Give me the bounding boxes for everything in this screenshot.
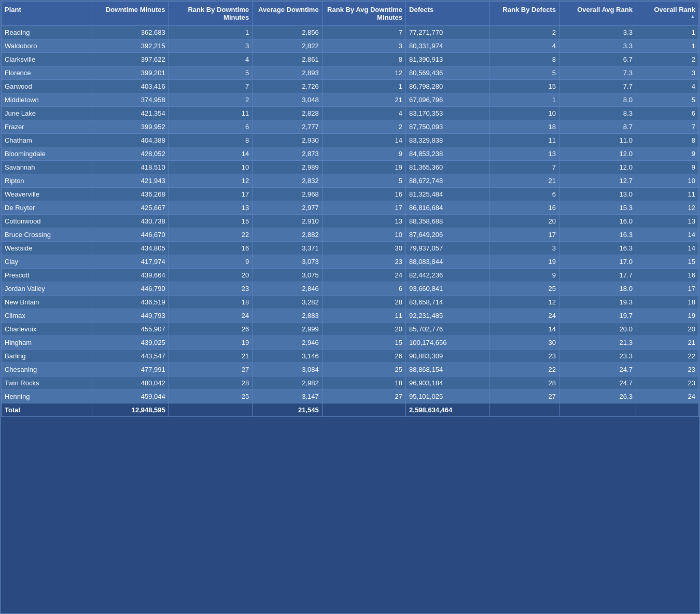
table-row[interactable]: Ripton421,943122,832588,672,7482112.710 — [2, 174, 699, 188]
table-row[interactable]: Clarksville397,62242,861881,390,91386.72 — [2, 53, 699, 66]
cell-rank_by_downtime_minutes: 12 — [169, 174, 252, 188]
cell-overall_rank: 19 — [636, 309, 698, 323]
table-row[interactable]: New Britain436,519183,2822883,658,714121… — [2, 296, 699, 309]
col-overall-avg-rank[interactable]: Overall Avg Rank — [559, 2, 636, 26]
cell-defects: 86,798,280 — [406, 80, 489, 93]
table-row[interactable]: Twin Rocks480,042282,9821896,903,1842824… — [2, 376, 699, 390]
cell-rank_by_downtime_minutes: 24 — [169, 309, 252, 323]
table-row[interactable]: Barling443,547213,1462690,883,3092323.32… — [2, 350, 699, 363]
cell-rank_by_defects: 20 — [489, 215, 559, 228]
cell-rank_by_defects: 22 — [489, 363, 559, 376]
cell-overall_rank: 23 — [636, 376, 698, 390]
col-plant[interactable]: Plant — [2, 2, 92, 26]
cell-overall_avg_rank: 8.0 — [559, 93, 636, 107]
cell-downtime_minutes: 418,510 — [92, 161, 169, 174]
cell-overall_rank: 3 — [636, 66, 698, 80]
cell-downtime_minutes: 399,952 — [92, 120, 169, 134]
cell-rank_by_downtime_minutes: 28 — [169, 376, 252, 390]
table-row[interactable]: Waldoboro392,21532,822380,331,97443.31 — [2, 39, 699, 53]
cell-overall_rank: 4 — [636, 80, 698, 93]
cell-defects: 82,442,236 — [406, 269, 489, 282]
cell-rank_by_defects: 6 — [489, 188, 559, 201]
table-row[interactable]: De Ruyter425,667132,9771786,816,6841615.… — [2, 201, 699, 215]
col-rank-by-defects[interactable]: Rank By Defects — [489, 2, 559, 26]
cell-plant: Florence — [2, 66, 92, 80]
col-defects[interactable]: Defects — [406, 2, 489, 26]
cell-plant: Reading — [2, 26, 92, 39]
cell-defects: 81,325,484 — [406, 188, 489, 201]
data-table: Plant Downtime Minutes Rank By Downtime … — [1, 1, 699, 417]
cell-overall_rank: 15 — [636, 255, 698, 269]
table-row[interactable]: Cottonwood430,738152,9101388,358,6882016… — [2, 215, 699, 228]
col-downtime-minutes[interactable]: Downtime Minutes — [92, 2, 169, 26]
cell-plant: Weaverville — [2, 188, 92, 201]
cell-average_downtime: 2,846 — [253, 282, 323, 296]
cell-rank_by_defects: 4 — [489, 39, 559, 53]
cell-downtime_minutes: 459,044 — [92, 390, 169, 403]
cell-rank_by_avg_downtime_minutes: 25 — [322, 363, 405, 376]
table-row[interactable]: Chatham404,38882,9301483,329,8381111.08 — [2, 134, 699, 147]
table-row[interactable]: Weaverville436,268172,9681681,325,484613… — [2, 188, 699, 201]
col-rank-by-downtime[interactable]: Rank By Downtime Minutes — [169, 2, 252, 26]
table-row[interactable]: Clay417,97493,0732388,083,8441917.015 — [2, 255, 699, 269]
cell-overall_avg_rank: 6.7 — [559, 53, 636, 66]
cell-downtime_minutes: 455,907 — [92, 323, 169, 336]
cell-downtime_minutes: 404,388 — [92, 134, 169, 147]
table-row[interactable]: Savannah418,510102,9891981,365,360712.09 — [2, 161, 699, 174]
cell-average_downtime: 3,371 — [253, 242, 323, 255]
table-row[interactable]: Reading362,68312,856777,271,77023.31 — [2, 26, 699, 39]
table-row[interactable]: Middletown374,95823,0482167,096,79618.05 — [2, 93, 699, 107]
total-cell-overall_avg_rank — [559, 403, 636, 417]
cell-average_downtime: 2,989 — [253, 161, 323, 174]
cell-overall_avg_rank: 18.0 — [559, 282, 636, 296]
table-row[interactable]: Prescott439,664203,0752482,442,236917.71… — [2, 269, 699, 282]
cell-overall_avg_rank: 15.3 — [559, 201, 636, 215]
table-row[interactable]: Bloomingdale428,052142,873984,853,238131… — [2, 147, 699, 161]
cell-plant: Chesaning — [2, 363, 92, 376]
cell-overall_rank: 21 — [636, 336, 698, 350]
cell-overall_rank: 8 — [636, 134, 698, 147]
cell-rank_by_avg_downtime_minutes: 15 — [322, 336, 405, 350]
table-row[interactable]: Bruce Crossing446,670222,8821087,649,206… — [2, 228, 699, 242]
cell-rank_by_downtime_minutes: 13 — [169, 201, 252, 215]
cell-overall_avg_rank: 11.0 — [559, 134, 636, 147]
col-overall-rank[interactable]: Overall Rank ▲ — [636, 2, 698, 26]
table-row[interactable]: Florence399,20152,8931280,569,43657.33 — [2, 66, 699, 80]
cell-overall_avg_rank: 8.3 — [559, 107, 636, 120]
table-row[interactable]: Frazer399,95262,777287,750,093188.77 — [2, 120, 699, 134]
cell-average_downtime: 2,828 — [253, 107, 323, 120]
cell-defects: 92,231,485 — [406, 309, 489, 323]
table-row[interactable]: Chesaning477,991273,0842588,868,1542224.… — [2, 363, 699, 376]
cell-rank_by_defects: 19 — [489, 255, 559, 269]
cell-overall_rank: 5 — [636, 93, 698, 107]
col-rank-by-avg-downtime[interactable]: Rank By Avg Downtime Minutes — [322, 2, 405, 26]
cell-rank_by_avg_downtime_minutes: 4 — [322, 107, 405, 120]
cell-downtime_minutes: 434,805 — [92, 242, 169, 255]
table-row[interactable]: Charlevoix455,907262,9992085,702,7761420… — [2, 323, 699, 336]
table-row[interactable]: Garwood403,41672,726186,798,280157.74 — [2, 80, 699, 93]
table-row[interactable]: Henning459,044253,1472795,101,0252726.32… — [2, 390, 699, 403]
cell-average_downtime: 2,873 — [253, 147, 323, 161]
cell-overall_avg_rank: 7.3 — [559, 66, 636, 80]
cell-rank_by_defects: 15 — [489, 80, 559, 93]
cell-overall_rank: 9 — [636, 147, 698, 161]
cell-downtime_minutes: 417,974 — [92, 255, 169, 269]
total-cell-downtime_minutes: 12,948,595 — [92, 403, 169, 417]
cell-overall_avg_rank: 19.3 — [559, 296, 636, 309]
table-row[interactable]: Westside434,805163,3713079,937,057316.31… — [2, 242, 699, 255]
table-row[interactable]: Jordan Valley446,790232,846693,660,84125… — [2, 282, 699, 296]
cell-average_downtime: 3,048 — [253, 93, 323, 107]
cell-rank_by_downtime_minutes: 26 — [169, 323, 252, 336]
cell-downtime_minutes: 397,622 — [92, 53, 169, 66]
cell-overall_rank: 6 — [636, 107, 698, 120]
table-row[interactable]: Climax449,793242,8831192,231,4852419.719 — [2, 309, 699, 323]
cell-overall_rank: 24 — [636, 390, 698, 403]
col-average-downtime[interactable]: Average Downtime — [253, 2, 323, 26]
table-row[interactable]: June Lake421,354112,828483,170,353108.36 — [2, 107, 699, 120]
table-row[interactable]: Hingham439,025192,94615100,174,6563021.3… — [2, 336, 699, 350]
cell-plant: Charlevoix — [2, 323, 92, 336]
cell-overall_rank: 16 — [636, 269, 698, 282]
cell-rank_by_downtime_minutes: 8 — [169, 134, 252, 147]
cell-overall_avg_rank: 17.7 — [559, 269, 636, 282]
cell-overall_avg_rank: 20.0 — [559, 323, 636, 336]
